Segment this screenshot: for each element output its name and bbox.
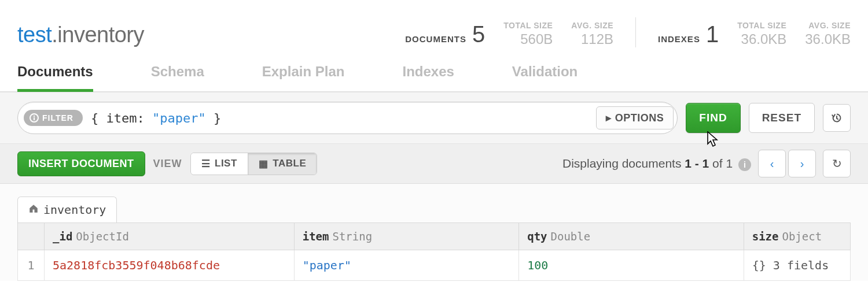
row-number: 1 (18, 250, 45, 281)
info-icon (30, 113, 39, 123)
view-toggle: ☰ LIST ▦ TABLE (190, 153, 318, 175)
reset-button[interactable]: RESET (749, 103, 815, 133)
indexes-label: indexes (658, 34, 700, 47)
collection-name: inventory (57, 23, 144, 47)
breadcrumb-collection: inventory (43, 203, 106, 217)
find-label: FIND (699, 112, 727, 124)
pagination-of: of (709, 157, 726, 170)
doc-avg-size: 112B (581, 31, 613, 47)
view-label: VIEW (153, 158, 182, 170)
list-label: LIST (215, 158, 237, 169)
idx-avg-size: 36.0KB (805, 31, 851, 47)
results-table: _idObjectId itemString qtyDouble sizeObj… (17, 223, 851, 281)
tabs: Documents Schema Explain Plan Indexes Va… (0, 58, 868, 92)
home-icon (28, 203, 39, 217)
col-size-field: size (752, 230, 779, 243)
refresh-icon: ↻ (832, 157, 842, 170)
cell-qty[interactable]: 100 (519, 250, 744, 281)
caret-right-icon: ▸ (606, 112, 612, 124)
col-size[interactable]: sizeObject (744, 223, 850, 250)
chevron-left-icon: ‹ (770, 157, 774, 170)
col-id[interactable]: _idObjectId (45, 223, 295, 250)
rownum-header (18, 223, 45, 250)
list-icon: ☰ (201, 158, 211, 170)
find-button[interactable]: FIND (686, 103, 740, 133)
svg-rect-1 (34, 117, 35, 120)
svg-rect-2 (34, 116, 35, 117)
table-label: TABLE (273, 158, 306, 169)
doc-avg-size-label: AVG. SIZE (571, 21, 613, 30)
documents-label: documents (405, 34, 466, 47)
col-qty-type: Double (551, 230, 591, 243)
db-name: test (17, 23, 52, 47)
view-list-button[interactable]: ☰ LIST (191, 153, 248, 175)
idx-total-size: 36.0KB (741, 31, 787, 47)
collection-title: test.inventory (17, 23, 144, 47)
table-row[interactable]: 1 5a2818fcb3559f048b68fcde "paper" 100 {… (18, 250, 851, 281)
doc-total-size-label: TOTAL SIZE (503, 21, 553, 30)
options-button[interactable]: ▸ OPTIONS (596, 106, 674, 129)
tab-explain-plan[interactable]: Explain Plan (262, 58, 345, 91)
stats: documents 5 TOTAL SIZE 560B AVG. SIZE 11… (405, 17, 851, 47)
toolbar: INSERT DOCUMENT VIEW ☰ LIST ▦ TABLE Disp… (0, 144, 868, 184)
view-table-button[interactable]: ▦ TABLE (248, 153, 317, 175)
breadcrumb[interactable]: inventory (17, 197, 117, 223)
tab-documents[interactable]: Documents (17, 58, 93, 92)
cell-item[interactable]: "paper" (294, 250, 519, 281)
pagination-pre: Displaying documents (562, 157, 685, 170)
idx-total-size-label: TOTAL SIZE (737, 21, 786, 30)
tab-validation[interactable]: Validation (512, 58, 578, 91)
prev-page-button[interactable]: ‹ (758, 150, 786, 177)
col-qty-field: qty (527, 230, 547, 243)
pagination-range: 1 - 1 (685, 157, 709, 170)
cell-id[interactable]: 5a2818fcb3559f048b68fcde (45, 250, 295, 281)
insert-document-button[interactable]: INSERT DOCUMENT (17, 151, 145, 176)
table-icon: ▦ (259, 158, 269, 170)
pagination-text: Displaying documents 1 - 1 of 1 i (562, 157, 751, 171)
header: test.inventory documents 5 TOTAL SIZE 56… (0, 0, 868, 58)
pagination-total: 1 (726, 157, 733, 170)
history-icon (830, 112, 843, 124)
filter-pill-label: FILTER (42, 113, 73, 123)
dot: . (52, 23, 57, 47)
indexes-count: 1 (706, 21, 719, 47)
tab-schema[interactable]: Schema (151, 58, 204, 91)
filter-pill: FILTER (24, 110, 83, 126)
col-item-field: item (303, 230, 329, 243)
col-size-type: Object (782, 230, 822, 243)
col-qty[interactable]: qtyDouble (519, 223, 744, 250)
history-button[interactable] (823, 104, 851, 132)
insert-label: INSERT DOCUMENT (28, 158, 134, 169)
col-item-type: String (332, 230, 372, 243)
documents-count: 5 (472, 21, 485, 47)
cell-size[interactable]: {} 3 fields (744, 250, 850, 281)
col-id-field: _id (53, 230, 72, 243)
table-area: inventory _idObjectId itemString qtyDoub… (0, 184, 868, 281)
col-item[interactable]: itemString (294, 223, 519, 250)
filter-query[interactable]: { item: "paper" } (83, 111, 221, 125)
doc-total-size: 560B (520, 31, 553, 47)
info-icon[interactable]: i (738, 158, 751, 171)
next-page-button[interactable]: › (788, 150, 816, 177)
idx-avg-size-label: AVG. SIZE (808, 21, 851, 30)
chevron-right-icon: › (800, 157, 804, 170)
options-label: OPTIONS (615, 112, 664, 124)
reset-label: RESET (762, 112, 801, 124)
refresh-button[interactable]: ↻ (823, 150, 851, 177)
col-id-type: ObjectId (76, 230, 129, 243)
tab-indexes[interactable]: Indexes (402, 58, 454, 91)
filter-bar: FILTER { item: "paper" } ▸ OPTIONS FIND … (0, 92, 868, 144)
filter-input[interactable]: FILTER { item: "paper" } ▸ OPTIONS (17, 102, 678, 134)
